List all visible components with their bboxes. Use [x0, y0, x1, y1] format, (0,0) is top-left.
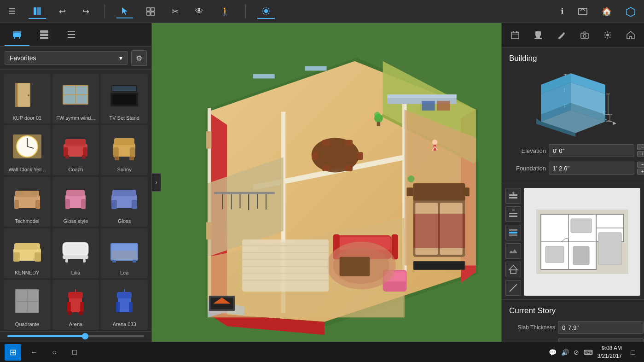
item-label: KUP door 01 [12, 115, 41, 121]
list-item[interactable]: Gloss [101, 177, 148, 227]
add-floor-icon[interactable] [505, 188, 521, 204]
svg-point-205 [583, 35, 586, 37]
top-toolbar: ☰ ↩ ↪ ✂ 👁 🚶 ℹ 🏠 [0, 0, 644, 23]
foundation-input[interactable] [549, 162, 634, 175]
building-edit-icon[interactable] [505, 27, 526, 43]
item-label: Coach [69, 167, 83, 172]
undo-icon[interactable]: ↩ [55, 5, 70, 18]
svg-rect-159 [422, 101, 435, 111]
list-item[interactable]: Arena [52, 280, 99, 330]
remove-floor-icon[interactable] [505, 206, 521, 222]
svg-marker-235 [613, 122, 616, 125]
elevation-row: Elevation − + [509, 144, 637, 157]
notification-button[interactable]: □ [627, 346, 639, 359]
list-item[interactable]: Sunny [101, 125, 148, 175]
elevation-increase-btn[interactable]: + [637, 151, 644, 157]
svg-rect-19 [19, 37, 20, 39]
scissors-icon[interactable]: ✂ [168, 5, 182, 18]
svg-rect-87 [133, 260, 136, 263]
svg-rect-40 [112, 86, 136, 91]
svg-rect-90 [28, 290, 38, 301]
toolbar-separator [104, 5, 105, 18]
floor-list-icon[interactable] [505, 225, 521, 240]
library-icon[interactable] [29, 4, 46, 19]
home-tool-icon[interactable] [620, 27, 641, 43]
network-icon[interactable]: ⊘ [574, 349, 579, 356]
redo-icon[interactable]: ↪ [79, 5, 93, 18]
layers-tab[interactable] [32, 26, 57, 46]
item-image [57, 180, 94, 216]
svg-rect-42 [125, 107, 128, 110]
item-label: Arena 033 [113, 321, 136, 327]
walk-icon[interactable]: 🚶 [216, 5, 234, 18]
story-height-input[interactable] [558, 339, 644, 342]
svg-rect-80 [63, 255, 88, 259]
elevation-input[interactable] [549, 144, 634, 157]
foundation-decrease-btn[interactable]: − [637, 162, 644, 168]
list-item[interactable]: Quadrante [4, 280, 51, 330]
svg-rect-18 [14, 37, 15, 39]
stamp-tool-icon[interactable] [528, 27, 549, 43]
export-icon[interactable] [574, 5, 592, 18]
svg-point-162 [374, 112, 380, 118]
floorplan-thumbnail[interactable] [524, 188, 640, 296]
design-canvas[interactable]: › [152, 23, 501, 342]
list-tab[interactable] [59, 26, 84, 46]
furniture-tab[interactable] [5, 26, 29, 46]
svg-rect-38 [112, 94, 136, 105]
ruler-icon[interactable] [505, 280, 521, 296]
svg-rect-1 [37, 7, 41, 15]
list-item[interactable]: Wall Clock Yell... [4, 125, 51, 175]
list-item[interactable]: TV Set Stand [101, 74, 148, 123]
svg-rect-73 [132, 200, 137, 209]
item-image [57, 76, 94, 113]
list-item[interactable]: FW symm wind... [52, 74, 99, 123]
slab-thickness-input[interactable] [558, 321, 644, 334]
favorites-dropdown[interactable]: Favorites ▾ [5, 51, 128, 65]
settings-button[interactable]: ⚙ [131, 50, 147, 66]
foundation-increase-btn[interactable]: + [637, 169, 644, 175]
start-button[interactable]: ⊞ [5, 344, 21, 361]
item-label: Gloss style [64, 218, 88, 224]
left-panel: Favorites ▾ ⚙ KUP door 01 [0, 23, 152, 342]
svg-rect-150 [413, 183, 465, 201]
terrain-icon[interactable] [505, 243, 521, 259]
sun-tool-icon[interactable] [597, 27, 618, 43]
volume-icon[interactable]: 🔊 [561, 349, 569, 356]
list-item[interactable]: KUP door 01 [4, 74, 51, 123]
back-button[interactable]: ← [26, 344, 42, 361]
chat-icon[interactable]: 💬 [549, 349, 557, 356]
list-item[interactable]: Gloss style [52, 177, 99, 227]
list-item[interactable]: Coach [52, 125, 99, 175]
svg-line-211 [605, 32, 606, 33]
info-icon[interactable]: ℹ [557, 5, 568, 18]
list-item[interactable]: Techmodel [4, 177, 51, 227]
search-button[interactable]: ○ [46, 344, 63, 361]
svg-rect-174 [413, 214, 465, 248]
house-top-icon[interactable]: 🏠 [598, 5, 615, 18]
camera-tool-icon[interactable] [574, 27, 595, 43]
slider-track[interactable] [7, 335, 144, 337]
svg-rect-82 [83, 259, 86, 263]
list-item[interactable]: Arena 033 [101, 280, 148, 330]
select-icon[interactable] [116, 5, 133, 18]
list-item[interactable]: KENNEDY [4, 228, 51, 278]
slider-thumb[interactable] [82, 333, 88, 339]
paint-tool-icon[interactable] [551, 27, 572, 43]
elevation-decrease-btn[interactable]: − [637, 144, 644, 150]
view3d-icon[interactable] [622, 5, 639, 18]
sun-render-icon[interactable] [257, 4, 275, 19]
roof-icon[interactable] [505, 262, 521, 277]
list-item[interactable]: Lea [101, 228, 148, 278]
collapse-panel-button[interactable]: › [152, 173, 161, 192]
group-icon[interactable] [142, 5, 159, 18]
eye-icon[interactable]: 👁 [191, 5, 207, 18]
keyboard-icon[interactable]: ⌨ [584, 349, 593, 356]
menu-icon[interactable]: ☰ [5, 5, 19, 18]
list-item[interactable]: Lilia [52, 228, 99, 278]
svg-rect-184 [253, 74, 275, 78]
svg-rect-103 [129, 302, 133, 312]
multitask-button[interactable]: □ [66, 344, 83, 361]
item-label: Sunny [117, 167, 132, 172]
item-label: Gloss [118, 218, 131, 224]
